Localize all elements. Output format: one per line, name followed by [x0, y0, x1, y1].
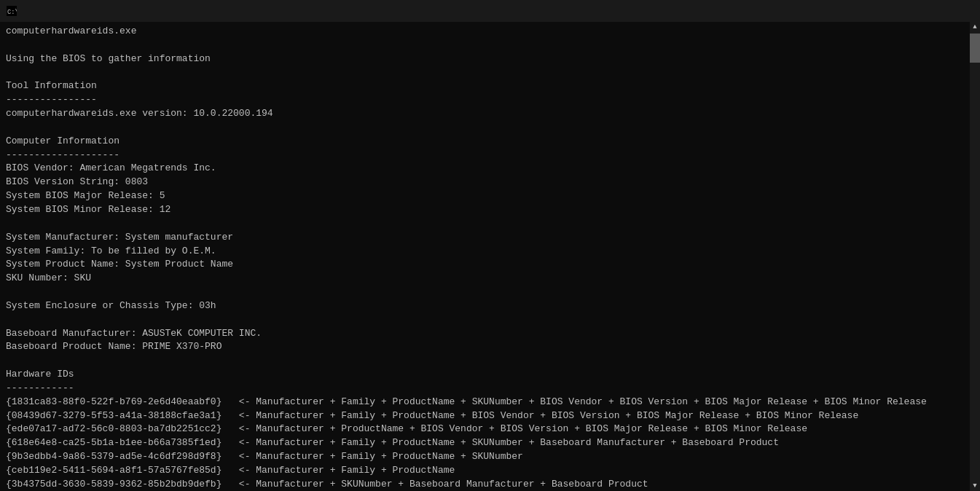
titlebar: C:\: [0, 0, 980, 22]
window-controls: [874, 0, 974, 22]
maximize-button[interactable]: [907, 0, 941, 22]
minimize-button[interactable]: [874, 0, 907, 22]
cmd-window: C:\ computerhardwareids.exe Using the BI…: [0, 0, 980, 491]
cmd-icon: C:\: [6, 5, 17, 17]
scroll-up-arrow[interactable]: ▲: [970, 22, 980, 32]
content-area: computerhardwareids.exe Using the BIOS t…: [0, 22, 980, 491]
scrollbar[interactable]: ▲ ▼: [970, 22, 980, 491]
close-button[interactable]: [941, 0, 974, 22]
scroll-down-arrow[interactable]: ▼: [970, 481, 980, 491]
scroll-thumb[interactable]: [970, 34, 980, 63]
terminal-output[interactable]: computerhardwareids.exe Using the BIOS t…: [0, 22, 970, 491]
svg-text:C:\: C:\: [7, 9, 17, 16]
